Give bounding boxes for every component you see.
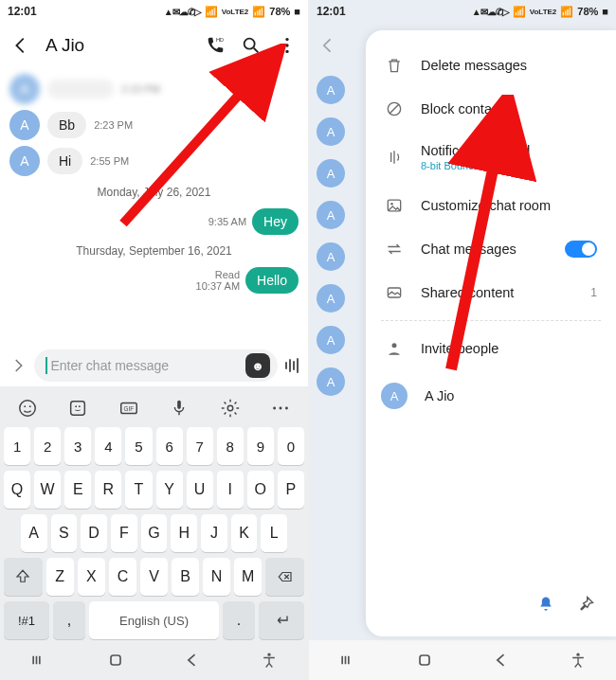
compose-field[interactable]: ☻ — [34, 349, 278, 382]
voice-wave-icon[interactable] — [285, 358, 299, 373]
key[interactable]: A — [21, 514, 47, 552]
key[interactable]: X — [78, 558, 105, 596]
key[interactable]: Y — [156, 471, 183, 509]
key[interactable]: H — [171, 514, 197, 552]
menu-label: Invite people — [421, 341, 498, 356]
search-icon[interactable] — [240, 34, 263, 57]
svg-point-5 — [20, 401, 36, 417]
emoji-icon[interactable] — [17, 398, 38, 419]
android-nav-bar — [0, 640, 308, 680]
menu-customize-chat[interactable]: Customize chat room — [366, 184, 616, 227]
key[interactable]: C — [109, 558, 136, 596]
key[interactable]: J — [201, 514, 227, 552]
home-icon[interactable] — [106, 651, 125, 670]
more-icon[interactable] — [276, 34, 299, 57]
menu-block-contact[interactable]: Block contact — [366, 87, 616, 131]
soft-keyboard[interactable]: GIF 1234567890 QWERTYUIOP ASDFGHJKL ZXCV… — [0, 386, 308, 640]
status-time: 12:01 — [317, 5, 346, 18]
key[interactable]: P — [278, 471, 304, 509]
block-icon — [385, 99, 404, 118]
key[interactable]: 1 — [4, 427, 30, 465]
key[interactable]: 6 — [156, 427, 183, 465]
key[interactable]: E — [64, 471, 91, 509]
back-icon[interactable] — [9, 34, 32, 57]
svg-point-16 — [279, 407, 281, 410]
chat-scroll[interactable]: A 2:23 PM A Bb 2:23 PM A Hi 2:55 PM Mond… — [0, 68, 308, 345]
sheet-footer — [366, 582, 616, 627]
recents-icon[interactable] — [338, 651, 357, 670]
key[interactable]: F — [111, 514, 137, 552]
back-nav-icon[interactable] — [183, 651, 202, 670]
key[interactable]: 5 — [125, 427, 152, 465]
msg-time: 9:35 AM — [208, 216, 246, 227]
key[interactable]: I — [217, 471, 244, 509]
avatar: A — [317, 76, 345, 104]
chat-title: A Jio — [45, 35, 190, 56]
key[interactable]: T — [125, 471, 152, 509]
incoming-message: A Hi 2:55 PM — [9, 146, 299, 176]
menu-chat-messages-toggle[interactable]: Chat messages — [366, 227, 616, 271]
shared-count: 1 — [590, 286, 597, 299]
key[interactable]: D — [81, 514, 107, 552]
sound-icon — [385, 148, 404, 167]
key[interactable]: Q — [4, 471, 30, 509]
menu-label: Shared content — [421, 285, 514, 300]
key[interactable]: 2 — [34, 427, 61, 465]
key[interactable]: 7 — [187, 427, 213, 465]
call-icon[interactable]: HD — [204, 34, 226, 57]
gear-icon[interactable] — [220, 398, 241, 419]
key[interactable]: W — [34, 471, 61, 509]
symbols-key[interactable]: !#1 — [4, 601, 49, 639]
back-nav-icon[interactable] — [492, 651, 511, 670]
key[interactable]: O — [247, 471, 274, 509]
toggle-switch[interactable] — [565, 241, 597, 258]
key[interactable]: 8 — [217, 427, 244, 465]
expand-icon[interactable] — [9, 357, 27, 374]
key[interactable]: S — [51, 514, 78, 552]
kbd-more-icon[interactable] — [270, 398, 291, 419]
mic-icon[interactable] — [169, 398, 190, 419]
home-icon[interactable] — [415, 651, 434, 670]
key[interactable]: G — [141, 514, 168, 552]
period-key[interactable]: . — [223, 601, 255, 639]
gif-icon[interactable]: GIF — [118, 398, 139, 419]
key[interactable]: L — [261, 514, 287, 552]
kbd-row-num: 1234567890 — [0, 424, 308, 468]
key[interactable]: K — [231, 514, 258, 552]
recents-icon[interactable] — [29, 651, 48, 670]
shift-key[interactable] — [4, 558, 43, 596]
pin-icon[interactable] — [576, 595, 595, 614]
key[interactable]: R — [95, 471, 121, 509]
key[interactable]: 9 — [247, 427, 274, 465]
svg-point-22 — [390, 203, 393, 206]
key[interactable]: 0 — [278, 427, 304, 465]
menu-invite-people[interactable]: Invite people — [366, 327, 616, 370]
menu-separator — [381, 320, 601, 321]
sticker-icon[interactable]: ☻ — [245, 353, 270, 378]
enter-key[interactable] — [259, 601, 304, 639]
key[interactable]: 4 — [95, 427, 121, 465]
date-divider: Monday, July 26, 2021 — [9, 186, 299, 199]
key[interactable]: Z — [46, 558, 74, 596]
key[interactable]: N — [203, 558, 230, 596]
key[interactable]: B — [172, 558, 199, 596]
menu-delete-messages[interactable]: Delete messages — [366, 44, 616, 87]
key[interactable]: V — [140, 558, 168, 596]
key[interactable]: 3 — [64, 427, 91, 465]
svg-point-17 — [285, 407, 288, 410]
bell-icon[interactable] — [536, 595, 555, 614]
menu-shared-content[interactable]: Shared content 1 — [366, 271, 616, 314]
outgoing-message: Read 10:37 AM Hello — [9, 267, 299, 294]
comma-key[interactable]: , — [53, 601, 85, 639]
backspace-key[interactable] — [265, 558, 304, 596]
space-key[interactable]: English (US) — [89, 601, 219, 639]
key[interactable]: M — [234, 558, 262, 596]
compose-input[interactable] — [51, 358, 246, 373]
screenshot-left: 12:01 ▲✉☁✆▷ 📶 VoLTE2 📶 78% ■ A Jio HD — [0, 0, 308, 680]
menu-notification-sound[interactable]: Notification sound 8-bit Bounce — [366, 131, 616, 184]
key[interactable]: U — [187, 471, 213, 509]
accessibility-icon[interactable] — [260, 651, 279, 670]
menu-contact-row[interactable]: A A Jio — [366, 370, 616, 421]
accessibility-icon[interactable] — [569, 651, 588, 670]
sticker-kbd-icon[interactable] — [67, 398, 88, 419]
